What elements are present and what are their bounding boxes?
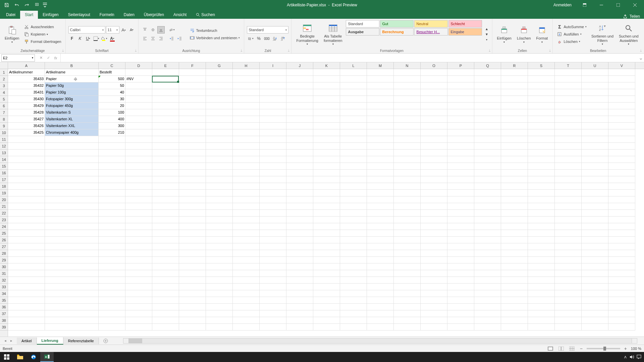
cell[interactable] bbox=[501, 89, 528, 96]
cell[interactable] bbox=[501, 76, 528, 82]
cell[interactable]: Chromepapier 400g bbox=[45, 129, 99, 136]
cell[interactable] bbox=[582, 96, 608, 103]
cell[interactable] bbox=[394, 136, 421, 143]
style-ausgabe[interactable]: Ausgabe bbox=[346, 28, 379, 36]
cell[interactable] bbox=[99, 136, 125, 143]
cell[interactable] bbox=[474, 69, 501, 76]
cell[interactable] bbox=[340, 143, 367, 149]
cell[interactable] bbox=[340, 230, 367, 237]
cell[interactable] bbox=[367, 237, 394, 243]
cell[interactable] bbox=[233, 203, 260, 210]
cell[interactable] bbox=[447, 170, 474, 176]
cell[interactable] bbox=[447, 183, 474, 190]
cell[interactable] bbox=[152, 250, 179, 257]
cell[interactable] bbox=[233, 310, 260, 317]
cell[interactable] bbox=[45, 270, 99, 277]
format-painter-button[interactable]: Format übertragen bbox=[22, 38, 62, 45]
touch-mode-icon[interactable] bbox=[33, 1, 41, 9]
cell[interactable] bbox=[286, 297, 313, 304]
cell[interactable] bbox=[582, 237, 608, 243]
cell[interactable] bbox=[340, 263, 367, 270]
cell[interactable] bbox=[528, 263, 555, 270]
cell[interactable] bbox=[99, 310, 125, 317]
cell[interactable] bbox=[447, 297, 474, 304]
row-header[interactable]: 16 bbox=[0, 170, 8, 176]
fill-color-button[interactable]: ▾ bbox=[101, 35, 108, 42]
cell[interactable] bbox=[555, 109, 582, 116]
cell[interactable] bbox=[555, 143, 582, 149]
cell[interactable] bbox=[474, 183, 501, 190]
cell[interactable] bbox=[501, 129, 528, 136]
cell[interactable] bbox=[608, 324, 635, 330]
cell[interactable] bbox=[555, 310, 582, 317]
cell[interactable] bbox=[260, 183, 286, 190]
cell[interactable] bbox=[555, 290, 582, 297]
cell[interactable] bbox=[260, 257, 286, 263]
autosum-button[interactable]: ΣAutoSumme ▾ bbox=[555, 23, 588, 30]
cell[interactable]: Visitenkarten S bbox=[45, 109, 99, 116]
border-button[interactable]: ▾ bbox=[93, 35, 100, 42]
cell[interactable] bbox=[340, 203, 367, 210]
select-all-corner[interactable] bbox=[0, 62, 8, 69]
cell[interactable] bbox=[152, 217, 179, 223]
cell[interactable] bbox=[125, 82, 152, 89]
cell[interactable] bbox=[125, 290, 152, 297]
cell[interactable] bbox=[260, 270, 286, 277]
cell[interactable] bbox=[447, 149, 474, 156]
cell[interactable] bbox=[152, 210, 179, 217]
cell[interactable] bbox=[421, 116, 447, 123]
find-select-button[interactable]: Suchen und Auswählen▾ bbox=[617, 20, 641, 48]
cell[interactable] bbox=[528, 297, 555, 304]
cell[interactable] bbox=[340, 304, 367, 310]
signin-link[interactable]: Anmelden bbox=[549, 3, 576, 7]
cell[interactable] bbox=[233, 196, 260, 203]
cell[interactable] bbox=[555, 103, 582, 109]
formula-input[interactable] bbox=[61, 54, 637, 62]
cell[interactable] bbox=[8, 243, 45, 250]
cell[interactable] bbox=[286, 136, 313, 143]
row-header[interactable]: 2 bbox=[0, 76, 8, 82]
cell[interactable] bbox=[528, 270, 555, 277]
row-header[interactable]: 10 bbox=[0, 129, 8, 136]
cell[interactable] bbox=[45, 284, 99, 290]
cell[interactable] bbox=[233, 89, 260, 96]
cell[interactable] bbox=[528, 324, 555, 330]
cell[interactable] bbox=[206, 257, 233, 263]
cell[interactable] bbox=[179, 237, 206, 243]
cell[interactable] bbox=[206, 250, 233, 257]
cell[interactable] bbox=[501, 290, 528, 297]
cell[interactable] bbox=[555, 196, 582, 203]
cell[interactable] bbox=[555, 176, 582, 183]
cell[interactable] bbox=[286, 310, 313, 317]
column-header[interactable]: P bbox=[447, 62, 474, 69]
cell[interactable] bbox=[447, 310, 474, 317]
cell[interactable] bbox=[206, 263, 233, 270]
cell[interactable] bbox=[45, 176, 99, 183]
cell[interactable] bbox=[608, 243, 635, 250]
cell[interactable] bbox=[313, 230, 340, 237]
cell[interactable]: Bestellt bbox=[99, 69, 125, 76]
cell[interactable] bbox=[501, 190, 528, 196]
cell[interactable] bbox=[313, 284, 340, 290]
cell[interactable] bbox=[501, 257, 528, 263]
cell[interactable] bbox=[206, 217, 233, 223]
cell[interactable] bbox=[555, 230, 582, 237]
cell[interactable] bbox=[152, 223, 179, 230]
cell[interactable] bbox=[394, 317, 421, 324]
save-icon[interactable] bbox=[3, 1, 11, 9]
cell[interactable] bbox=[608, 116, 635, 123]
column-header[interactable]: T bbox=[555, 62, 582, 69]
cell[interactable] bbox=[582, 69, 608, 76]
cell[interactable] bbox=[528, 149, 555, 156]
cell[interactable] bbox=[233, 290, 260, 297]
cell[interactable] bbox=[152, 149, 179, 156]
cell[interactable] bbox=[608, 163, 635, 170]
cell[interactable] bbox=[260, 310, 286, 317]
cell[interactable] bbox=[582, 310, 608, 317]
cell[interactable] bbox=[179, 284, 206, 290]
cell[interactable] bbox=[99, 243, 125, 250]
cell[interactable] bbox=[367, 297, 394, 304]
cell[interactable] bbox=[555, 69, 582, 76]
cell[interactable] bbox=[286, 230, 313, 237]
cell[interactable] bbox=[501, 310, 528, 317]
